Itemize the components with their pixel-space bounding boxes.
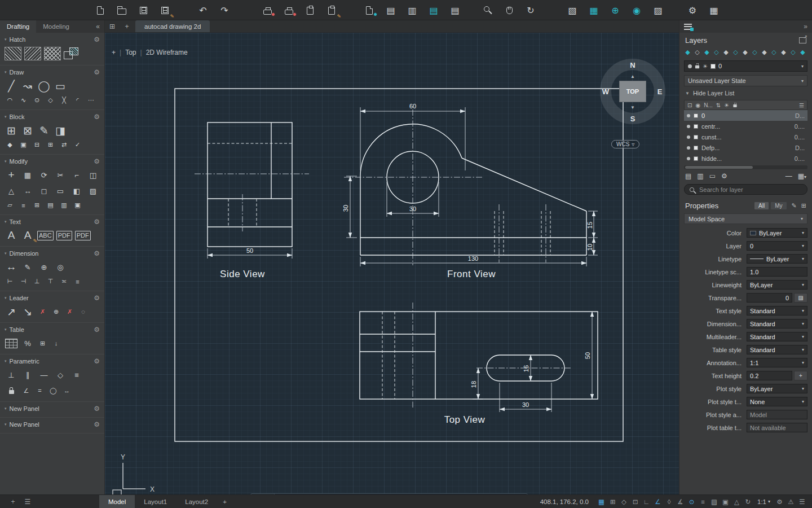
visual-style-button[interactable]: 2D Wireframe: [146, 49, 188, 56]
transparency-input[interactable]: [750, 295, 789, 301]
dim-continue-icon[interactable]: ⊣: [18, 277, 29, 286]
view-compass[interactable]: N E S W ▲ ▼ TOP: [600, 59, 665, 124]
layer-select[interactable]: 0 ▾: [747, 241, 807, 251]
isometric-drafting-icon[interactable]: ◊: [664, 497, 674, 507]
compass-down-arrow-icon[interactable]: ▼: [630, 105, 635, 110]
sort-icon[interactable]: ⇅: [716, 102, 721, 108]
edit-attributes-icon[interactable]: ◨: [54, 124, 67, 137]
point-cloud-icon[interactable]: ◉: [630, 3, 643, 17]
section-parametric-header[interactable]: ▾Parametric⚙: [5, 357, 100, 365]
on-layer-icon[interactable]: ◆: [761, 48, 768, 56]
wcs-badge[interactable]: WCS ▿: [611, 140, 639, 148]
previous-layer-icon[interactable]: ◆: [703, 48, 710, 56]
top-view[interactable]: 16 18 30 50: [360, 303, 598, 412]
layers-panel-icon[interactable]: [684, 24, 692, 30]
compass-south[interactable]: S: [630, 115, 636, 123]
tab-overview-icon[interactable]: ⊞: [105, 20, 120, 32]
drawing-compare-icon[interactable]: ▨: [651, 3, 665, 17]
move-tool-icon[interactable]: +: [5, 169, 18, 181]
front-view[interactable]: 60 30 30 130 15 10: [342, 103, 598, 266]
layer-color-swatch[interactable]: [694, 135, 698, 139]
text-height-input[interactable]: [750, 373, 789, 379]
multileader-edit-icon[interactable]: ↘: [21, 305, 34, 318]
panel-list-icon[interactable]: ☰: [20, 498, 35, 506]
gear-icon[interactable]: ⚙: [94, 68, 100, 76]
plot-style-table-select[interactable]: None ▾: [747, 397, 807, 406]
layer-row[interactable]: 0 D...: [684, 110, 807, 121]
panel-export-icon[interactable]: [799, 37, 806, 43]
new-layout-icon[interactable]: ▤: [384, 3, 398, 17]
dim-center-mark-icon[interactable]: ⊕: [37, 261, 51, 273]
copy-clipboard-icon[interactable]: [303, 3, 317, 17]
plot-icon[interactable]: [261, 3, 274, 17]
donut-tool-icon[interactable]: ⊙: [32, 95, 42, 105]
unlock-layer-icon[interactable]: ◆: [780, 48, 787, 56]
autoscale-icon[interactable]: ↻: [743, 497, 753, 507]
document-tab[interactable]: autocad drawing 2d: [135, 20, 210, 32]
align-tool-icon[interactable]: △: [5, 185, 18, 197]
section-text-header[interactable]: ▾Text⚙: [5, 218, 100, 226]
table-export-icon[interactable]: ↓: [51, 339, 61, 348]
gear-icon[interactable]: ⚙: [94, 405, 100, 413]
define-attribute-icon[interactable]: ◆: [5, 140, 15, 150]
lineweight-display-icon[interactable]: ≡: [698, 497, 708, 507]
open-folder-icon[interactable]: [115, 3, 129, 17]
layer-walk-icon[interactable]: ◆: [799, 48, 806, 56]
sync-attributes-icon[interactable]: ⊟: [32, 140, 42, 150]
gear-icon[interactable]: ⚙: [94, 36, 100, 43]
pick-text-height-button[interactable]: +: [794, 371, 807, 380]
circle-tool-icon[interactable]: ◯: [37, 80, 51, 92]
viewport-menu-button[interactable]: +: [112, 49, 116, 56]
replace-block-icon[interactable]: ⇄: [59, 140, 69, 150]
insert-table-icon[interactable]: ▦: [587, 3, 601, 17]
gear-icon[interactable]: ⚙: [94, 294, 100, 302]
annotation-scale-button[interactable]: 1:1 ▾: [754, 498, 774, 505]
layer-search[interactable]: [684, 184, 807, 195]
offset-tool-icon[interactable]: ◧: [70, 185, 83, 197]
multileader-icon[interactable]: ↗: [5, 305, 18, 318]
unisolate-layer-icon[interactable]: ◆: [722, 48, 730, 56]
paste-icon[interactable]: [325, 3, 338, 17]
stretch-tool-icon[interactable]: ↔: [21, 185, 34, 197]
section-dimension-header[interactable]: ▾Dimension⚙: [5, 249, 100, 257]
hatch-pattern-2-icon[interactable]: [24, 47, 41, 60]
snap-mode-icon[interactable]: ⊞: [607, 497, 618, 507]
pan-icon[interactable]: [502, 3, 516, 17]
pdf-import-icon[interactable]: PDF: [56, 231, 72, 240]
orbit-icon[interactable]: ↻: [524, 3, 537, 17]
erase-tool-icon[interactable]: ▱: [5, 200, 15, 210]
filter-my-button[interactable]: My: [770, 202, 787, 210]
layer-color-swatch[interactable]: [694, 113, 698, 118]
insert-block-icon[interactable]: ⊞: [5, 124, 18, 137]
gear-icon[interactable]: ⚙: [94, 249, 100, 257]
lineweight-select[interactable]: ByLayer ▾: [747, 280, 807, 290]
gear-icon[interactable]: ⚙: [94, 326, 100, 334]
lock-layer-icon[interactable]: ◇: [770, 48, 778, 56]
burger-menu-icon[interactable]: ☰: [799, 102, 804, 108]
workspace-switching-icon[interactable]: ⚙: [774, 497, 785, 507]
quick-select-icon[interactable]: ✎: [792, 202, 797, 209]
block-editor-icon[interactable]: ✎: [37, 124, 51, 137]
layer-settings-icon[interactable]: ⚙: [721, 172, 727, 180]
layer-row[interactable]: Defp... D...: [684, 142, 807, 153]
hatch-pattern-1-icon[interactable]: [5, 47, 21, 60]
dim-ordinate-icon[interactable]: ⊥: [32, 277, 42, 286]
viewcube-top-face[interactable]: TOP: [620, 81, 646, 102]
linetype-select[interactable]: ByLayer ▾: [747, 254, 807, 264]
multileader-style-select[interactable]: Standard ▾: [747, 332, 807, 341]
dim-angular-icon[interactable]: ⊤: [45, 277, 56, 286]
new-layout-tab-icon[interactable]: +: [217, 495, 232, 508]
minus-icon[interactable]: —: [785, 172, 792, 180]
edit-polyline-icon[interactable]: ◫: [86, 169, 100, 181]
make-current-layer-icon[interactable]: ◆: [684, 48, 691, 56]
viewport-configuration-icon[interactable]: ▥: [405, 3, 419, 17]
annotation-visibility-icon[interactable]: △: [731, 497, 742, 507]
polygon-tool-icon[interactable]: ◇: [45, 95, 56, 105]
compass-up-arrow-icon[interactable]: ▲: [630, 74, 635, 79]
mirror-tool-icon[interactable]: ▭: [54, 185, 67, 197]
section-new-panel-1-header[interactable]: ▾New Panel⚙: [5, 405, 100, 413]
table-formula-icon[interactable]: %: [21, 337, 34, 349]
manage-attributes-icon[interactable]: ▣: [18, 140, 29, 150]
symmetric-constraint-icon[interactable]: ↔: [61, 386, 72, 396]
point-tool-icon[interactable]: ╳: [59, 95, 69, 105]
